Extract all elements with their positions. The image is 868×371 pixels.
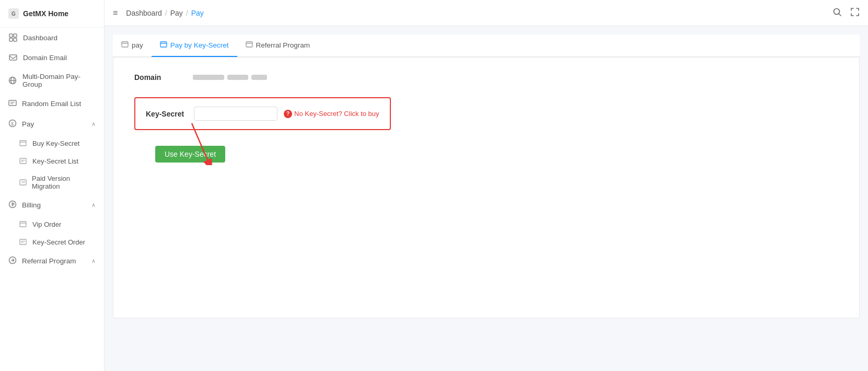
tab-pay[interactable]: pay: [113, 34, 152, 57]
svg-line-27: [839, 14, 841, 16]
billing-label: Billing: [22, 201, 41, 209]
domain-label: Domain: [134, 73, 187, 82]
pay-group-label: Pay: [22, 120, 34, 128]
breadcrumb-sep-1: /: [165, 9, 167, 17]
svg-rect-20: [20, 222, 26, 227]
key-secret-list-label: Key-Secret List: [32, 157, 78, 165]
topbar-left: ≡ Dashboard / Pay / Pay: [113, 8, 204, 18]
svg-rect-28: [122, 42, 128, 47]
sidebar-item-vip-order[interactable]: Vip Order: [0, 215, 104, 233]
topbar: ≡ Dashboard / Pay / Pay: [105, 0, 868, 26]
logo-text: GetMX Home: [23, 9, 68, 18]
pay-key-tab-icon: [160, 41, 167, 50]
svg-rect-0: [9, 34, 13, 37]
hamburger-icon[interactable]: ≡: [113, 8, 118, 18]
breadcrumb-current[interactable]: Pay: [191, 9, 204, 17]
question-icon: ?: [284, 110, 292, 118]
billing-chevron-icon: ∧: [91, 202, 96, 208]
pay-icon: $: [8, 119, 17, 129]
key-secret-order-label: Key-Secret Order: [32, 238, 85, 246]
billing-icon: [8, 200, 17, 210]
sidebar-logo[interactable]: G GetMX Home: [0, 0, 104, 28]
tab-pay-by-key-secret[interactable]: Pay by Key-Secret: [152, 34, 237, 57]
sidebar-item-paid-version-migration[interactable]: Paid Version Migration: [0, 170, 104, 195]
pay-tab-icon: [121, 41, 129, 50]
domain-row: Domain: [134, 73, 838, 82]
sidebar-item-label: Dashboard: [23, 34, 57, 42]
key-secret-box: Key-Secret ? No Key-Secret? Click to buy: [134, 97, 391, 130]
svg-rect-18: [20, 180, 26, 185]
breadcrumb-sep-2: /: [186, 9, 188, 17]
breadcrumb-dashboard[interactable]: Dashboard: [126, 9, 162, 17]
breadcrumb-pay[interactable]: Pay: [170, 9, 183, 17]
sidebar-item-dashboard[interactable]: Dashboard: [0, 28, 104, 48]
sidebar-item-buy-key-secret[interactable]: Buy Key-Secret: [0, 134, 104, 152]
pay-tab-label: pay: [132, 41, 143, 49]
breadcrumb: Dashboard / Pay / Pay: [126, 9, 204, 17]
referral-tab-label: Referral Program: [256, 41, 310, 49]
svg-text:$: $: [11, 121, 14, 126]
sidebar-group-referral[interactable]: Referral Program ∧: [0, 251, 104, 271]
svg-rect-4: [9, 55, 17, 60]
vip-order-icon: [19, 220, 27, 228]
main-area: ≡ Dashboard / Pay / Pay: [105, 0, 868, 371]
sidebar-group-random-email[interactable]: Random Email List: [0, 94, 104, 114]
sidebar-item-label: Domain Email: [23, 54, 67, 62]
topbar-right: [832, 7, 860, 19]
tabs: pay Pay by Key-Secret Referral Program: [113, 34, 860, 57]
key-secret-input[interactable]: [194, 107, 277, 121]
sidebar-item-multi-domain[interactable]: Multi-Domain Pay-Group: [0, 67, 104, 94]
buy-key-secret-label: Buy Key-Secret: [32, 140, 79, 147]
referral-chevron-icon: ∧: [91, 258, 96, 264]
tab-referral-program[interactable]: Referral Program: [237, 34, 319, 57]
pay-key-tab-label: Pay by Key-Secret: [170, 41, 229, 49]
key-secret-label: Key-Secret: [146, 110, 188, 118]
sidebar-item-domain-email[interactable]: Domain Email: [0, 48, 104, 67]
referral-icon: [8, 256, 17, 266]
domain-value: [193, 75, 267, 80]
multi-domain-icon: [8, 76, 17, 85]
domain-blur-2: [227, 75, 248, 80]
no-key-secret-link[interactable]: ? No Key-Secret? Click to buy: [284, 110, 379, 118]
referral-label: Referral Program: [22, 257, 76, 265]
search-icon[interactable]: [832, 7, 842, 19]
domain-blur-3: [251, 75, 267, 80]
buy-key-secret-icon: [19, 139, 27, 147]
svg-rect-32: [246, 42, 252, 47]
svg-rect-8: [9, 100, 16, 106]
no-key-secret-text: No Key-Secret? Click to buy: [294, 110, 379, 118]
panel: Domain Key-Secret ? No Key-Secret?: [113, 57, 860, 318]
sidebar-group-pay[interactable]: $ Pay ∧: [0, 114, 104, 134]
paid-migration-label: Paid Version Migration: [32, 175, 96, 190]
content-inner: pay Pay by Key-Secret Referral Program: [113, 34, 860, 318]
domain-blur-1: [193, 75, 224, 80]
random-email-label: Random Email List: [22, 100, 81, 108]
dashboard-icon: [8, 33, 18, 42]
random-email-icon: [8, 99, 17, 109]
svg-rect-15: [20, 158, 26, 164]
svg-rect-1: [14, 34, 17, 37]
svg-rect-3: [14, 38, 17, 41]
key-secret-list-icon: [19, 157, 27, 165]
logo-icon: G: [8, 8, 19, 19]
use-key-secret-button[interactable]: Use Key-Secret: [155, 146, 225, 163]
svg-rect-30: [160, 42, 167, 47]
vip-order-label: Vip Order: [32, 221, 61, 228]
sidebar-item-label: Multi-Domain Pay-Group: [22, 73, 96, 88]
sidebar-group-billing[interactable]: Billing ∧: [0, 195, 104, 215]
paid-migration-icon: [19, 178, 27, 187]
sidebar-item-key-secret-order[interactable]: Key-Secret Order: [0, 233, 104, 251]
content-area: pay Pay by Key-Secret Referral Program: [105, 26, 868, 371]
svg-rect-13: [20, 141, 26, 146]
referral-tab-icon: [246, 41, 253, 50]
domain-email-icon: [8, 53, 18, 62]
pay-chevron-icon: ∧: [91, 121, 96, 127]
svg-rect-22: [20, 239, 26, 245]
key-secret-order-icon: [19, 238, 27, 246]
sidebar-item-key-secret-list[interactable]: Key-Secret List: [0, 152, 104, 170]
sidebar: G GetMX Home Dashboard Domain Email Mult…: [0, 0, 105, 371]
svg-rect-2: [9, 38, 13, 41]
fullscreen-icon[interactable]: [850, 7, 860, 19]
